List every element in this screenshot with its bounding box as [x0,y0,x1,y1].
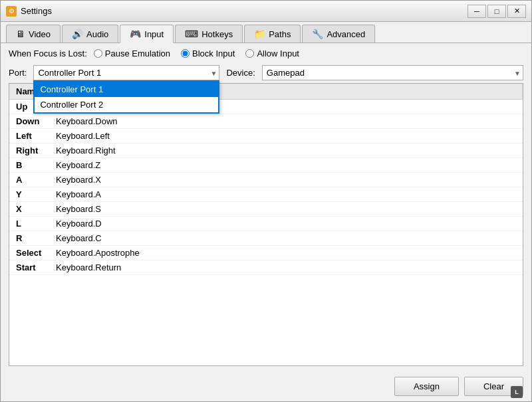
binding-value-cell: Keyboard.Return [49,260,523,275]
device-select[interactable]: Gamepad [262,65,523,80]
port-select[interactable]: Controller Port 1 Controller Port 2 [33,65,219,80]
binding-name-cell: R [9,231,49,246]
port-select-wrapper: Controller Port 1 Controller Port 2 ▼ Co… [33,65,219,80]
advanced-tab-icon: 🔧 [312,29,323,39]
binding-name-cell: Right [9,144,49,158]
binding-value-cell: Keyboard.Right [49,144,523,158]
tab-video-label: Video [29,29,51,39]
binding-name-cell: Left [9,129,49,144]
radio-block[interactable]: Block Input [181,49,235,58]
binding-value-cell: Keyboard.Down [49,114,523,129]
table-row[interactable]: BKeyboard.Z [9,158,523,173]
content-area: When Focus is Lost: Pause Emulation Bloc… [1,43,531,371]
dropdown-item-port1[interactable]: Controller Port 1 [35,82,218,97]
binding-value-cell: Keyboard.Z [49,158,523,173]
title-bar: ⚙ Settings ─ □ ✕ [1,1,531,22]
table-row[interactable]: DownKeyboard.Down [9,114,523,129]
tab-hotkeys[interactable]: ⌨ Hotkeys [175,25,243,43]
binding-name-cell: A [9,173,49,187]
table-row[interactable]: RightKeyboard.Right [9,144,523,158]
tab-input-label: Input [144,29,164,39]
radio-block-label: Block Input [192,49,235,58]
binding-value-cell: Keyboard.D [49,217,523,231]
focus-lost-row: When Focus is Lost: Pause Emulation Bloc… [9,49,523,58]
table-row[interactable]: LeftKeyboard.Left [9,129,523,144]
tab-bar: 🖥 Video 🔊 Audio 🎮 Input ⌨ Hotkeys 📁 Path… [1,22,531,43]
tab-hotkeys-label: Hotkeys [201,29,233,39]
minimize-button[interactable]: ─ [467,5,486,18]
tab-advanced-label: Advanced [327,29,365,39]
binding-value-cell: Keyboard.X [49,173,523,187]
radio-pause-label: Pause Emulation [105,49,170,58]
port-dropdown-popup: Controller Port 1 Controller Port 2 [33,80,219,114]
binding-name-cell: L [9,217,49,231]
binding-panel: Name Binding UpKeyboard.UpDownKeyboard.D… [9,83,523,366]
binding-name-cell: B [9,158,49,173]
binding-name-cell: Select [9,246,49,260]
radio-block-input[interactable] [181,49,190,58]
window-title: Settings [21,6,467,16]
bottom-bar: Assign Clear [1,371,531,401]
binding-value-cell: Keyboard.Left [49,129,523,144]
table-row[interactable]: SelectKeyboard.Apostrophe [9,246,523,260]
device-label: Device: [226,68,255,78]
input-tab-icon: 🎮 [130,29,141,39]
binding-value-cell: Keyboard.Apostrophe [49,246,523,260]
port-device-row: Port: Controller Port 1 Controller Port … [9,65,523,80]
table-row[interactable]: RKeyboard.C [9,231,523,246]
title-bar-buttons: ─ □ ✕ [467,5,526,18]
assign-button[interactable]: Assign [394,377,459,396]
window-icon: ⚙ [6,6,17,17]
lo4d-logo-icon: L [511,386,523,398]
focus-lost-options: Pause Emulation Block Input Allow Input [94,49,299,58]
tab-paths-label: Paths [269,29,291,39]
hotkeys-tab-icon: ⌨ [185,29,198,39]
tab-audio-label: Audio [86,29,108,39]
tab-video[interactable]: 🖥 Video [6,25,61,43]
video-tab-icon: 🖥 [16,29,25,39]
audio-tab-icon: 🔊 [72,29,83,39]
watermark: L [511,386,525,398]
radio-pause[interactable]: Pause Emulation [94,49,170,58]
binding-name-cell: Y [9,187,49,202]
paths-tab-icon: 📁 [254,29,265,39]
tab-input[interactable]: 🎮 Input [120,25,174,43]
maximize-button[interactable]: □ [487,5,506,18]
radio-allow-label: Allow Input [257,49,299,58]
binding-name-cell: Start [9,260,49,275]
table-row[interactable]: StartKeyboard.Return [9,260,523,275]
tab-advanced[interactable]: 🔧 Advanced [302,25,375,43]
table-row[interactable]: YKeyboard.A [9,187,523,202]
binding-name-cell: X [9,202,49,217]
device-select-wrapper: Gamepad ▼ [262,65,523,80]
settings-window: ⚙ Settings ─ □ ✕ 🖥 Video 🔊 Audio 🎮 Input… [0,0,532,402]
tab-audio[interactable]: 🔊 Audio [62,25,118,43]
close-button[interactable]: ✕ [507,5,526,18]
table-row[interactable]: LKeyboard.D [9,217,523,231]
binding-value-cell: Keyboard.S [49,202,523,217]
port-label: Port: [9,68,27,78]
focus-lost-label: When Focus is Lost: [9,49,87,58]
binding-value-cell: Keyboard.A [49,187,523,202]
table-row[interactable]: XKeyboard.S [9,202,523,217]
tab-paths[interactable]: 📁 Paths [244,25,301,43]
radio-pause-input[interactable] [94,49,102,58]
binding-name-cell: Down [9,114,49,129]
table-row[interactable]: AKeyboard.X [9,173,523,187]
radio-allow-input[interactable] [245,49,254,58]
binding-value-cell: Keyboard.C [49,231,523,246]
dropdown-item-port2[interactable]: Controller Port 2 [35,97,218,112]
radio-allow[interactable]: Allow Input [245,49,299,58]
